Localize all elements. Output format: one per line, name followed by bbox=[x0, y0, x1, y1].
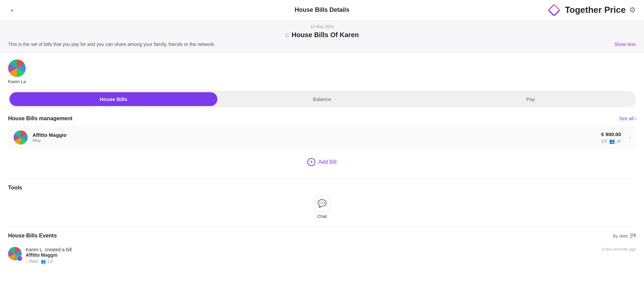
user-name: Karen La bbox=[8, 79, 26, 84]
bill-chevron-icon: › bbox=[628, 134, 630, 141]
chat-icon-box: 💬 bbox=[314, 196, 330, 212]
filter-icon bbox=[630, 233, 636, 238]
event-name: Affitto Maggio bbox=[26, 252, 598, 258]
see-all-label: See all bbox=[619, 116, 634, 121]
logo-icon bbox=[547, 3, 562, 18]
add-bill-label: Add Bill bbox=[318, 159, 336, 165]
rent-label: Rent bbox=[29, 259, 38, 264]
info-banner: 10 May 2023 ⌂ House Bills Of Karen This … bbox=[0, 20, 644, 53]
header-left: ‹ bbox=[8, 5, 16, 15]
banner-title-text: House Bills Of Karen bbox=[291, 31, 359, 39]
event-avatar-badge: + bbox=[17, 256, 22, 261]
people-icon: 👥 bbox=[609, 138, 615, 144]
home-icon: ⌂ bbox=[285, 31, 289, 39]
bill-amount: € 900.00 bbox=[601, 131, 621, 137]
header-right: Together Price ⚙ bbox=[547, 3, 636, 18]
chat-label: Chat bbox=[317, 214, 327, 219]
events-title: House Bills Events bbox=[8, 233, 57, 239]
event-description: Karen L. created a bill bbox=[26, 247, 598, 252]
event-tag-rent: ⌂ Rent bbox=[26, 259, 38, 264]
svg-line-1 bbox=[554, 5, 559, 10]
tabs-bar: House Bills Balance Pay bbox=[8, 91, 636, 107]
page-title: House Bills Details bbox=[294, 6, 349, 14]
svg-rect-0 bbox=[548, 4, 560, 16]
tab-balance[interactable]: Balance bbox=[218, 92, 426, 106]
info-banner-description: This is the set of bills that you pay fo… bbox=[8, 42, 636, 47]
show-less-button[interactable]: Show less bbox=[614, 42, 636, 47]
tools-section: Tools 💬 Chat bbox=[8, 185, 636, 219]
tab-pay[interactable]: Pay bbox=[427, 92, 635, 106]
svg-line-4 bbox=[554, 10, 559, 16]
chevron-right-icon: › bbox=[634, 116, 636, 121]
event-tag-members: 👥 1/2 bbox=[41, 259, 53, 264]
back-button[interactable]: ‹ bbox=[8, 5, 16, 15]
svg-line-2 bbox=[549, 5, 554, 10]
tool-item-chat[interactable]: 💬 Chat bbox=[8, 196, 636, 219]
see-all-button[interactable]: See all › bbox=[619, 116, 636, 121]
rent-icon: ⌂ bbox=[26, 259, 28, 264]
event-time: a few seconds ago bbox=[602, 247, 636, 252]
by-date-label: By date bbox=[613, 233, 628, 238]
event-tags: ⌂ Rent 👥 1/2 bbox=[26, 259, 598, 264]
bill-item[interactable]: Affitto Maggio May € 900.00 1/2 👥 ⇄ › bbox=[8, 126, 636, 149]
tools-title: Tools bbox=[8, 185, 636, 191]
chat-icon: 💬 bbox=[317, 199, 327, 208]
management-header: House Bills management See all › bbox=[8, 116, 636, 122]
svg-line-3 bbox=[549, 10, 554, 16]
add-circle-icon: + bbox=[307, 158, 315, 166]
logo-text: Together Price bbox=[565, 5, 626, 15]
bill-avatar bbox=[14, 130, 28, 145]
info-banner-title: ⌂ House Bills Of Karen bbox=[8, 31, 636, 39]
event-avatar: + bbox=[8, 247, 22, 260]
tab-house-bills[interactable]: House Bills bbox=[9, 92, 217, 106]
bill-date: May bbox=[32, 138, 596, 143]
events-section: House Bills Events By date + Karen L. cr… bbox=[8, 233, 636, 267]
svg-point-8 bbox=[635, 235, 636, 237]
events-header: House Bills Events By date bbox=[8, 233, 636, 239]
bill-meta: 1/2 👥 ⇄ bbox=[601, 138, 621, 144]
event-info: Karen L. created a bill Affitto Maggio ⌂… bbox=[26, 247, 598, 264]
gear-icon[interactable]: ⚙ bbox=[629, 6, 636, 15]
header: ‹ House Bills Details Together Price ⚙ bbox=[0, 0, 644, 20]
info-banner-date: 10 May 2023 bbox=[8, 24, 636, 29]
management-title: House Bills management bbox=[8, 116, 72, 122]
bill-info: Affitto Maggio May bbox=[32, 132, 596, 143]
share-icon: ⇄ bbox=[617, 138, 621, 144]
main-content: Karen La House Bills Balance Pay House B… bbox=[0, 53, 644, 282]
add-bill-button[interactable]: + Add Bill bbox=[8, 153, 636, 171]
bill-name: Affitto Maggio bbox=[32, 132, 596, 138]
event-item: + Karen L. created a bill Affitto Maggio… bbox=[8, 244, 636, 267]
by-date-filter-button[interactable]: By date bbox=[613, 233, 636, 238]
bill-right: € 900.00 1/2 👥 ⇄ bbox=[601, 131, 621, 144]
avatar bbox=[8, 59, 26, 77]
members-label: 1/2 bbox=[47, 259, 53, 264]
avatar-section: Karen La bbox=[8, 59, 636, 84]
members-icon: 👥 bbox=[41, 259, 46, 264]
bill-members: 1/2 bbox=[601, 138, 607, 144]
divider bbox=[8, 179, 636, 179]
divider-2 bbox=[8, 227, 636, 227]
